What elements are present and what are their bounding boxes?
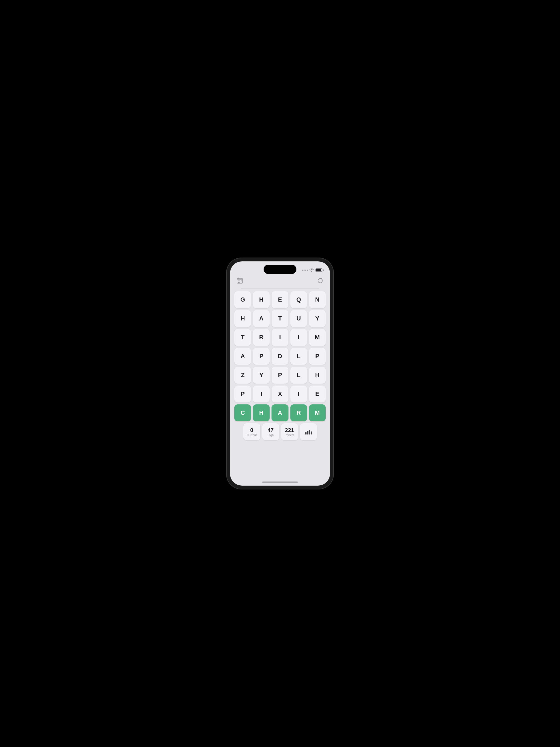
header-section	[230, 285, 330, 291]
grid-row-0: GHEQN	[234, 291, 326, 308]
grid-row-1: HATUY	[234, 310, 326, 327]
grid-row-3: APDLP	[234, 348, 326, 365]
selected-tile-3[interactable]: R	[290, 404, 307, 421]
letter-tile-3-2[interactable]: D	[272, 348, 288, 365]
letter-tile-4-2[interactable]: P	[272, 367, 288, 384]
svg-rect-8	[239, 282, 240, 283]
grid-row-2: TRIIM	[234, 329, 326, 346]
svg-rect-4	[238, 281, 239, 281]
letter-tile-2-4[interactable]: M	[309, 329, 326, 346]
calendar-icon[interactable]	[235, 276, 244, 285]
letter-tile-3-3[interactable]: L	[290, 348, 307, 365]
score-tile-high: 47High	[262, 423, 279, 440]
letter-tile-0-2[interactable]: E	[272, 291, 288, 308]
header-divider	[241, 288, 319, 288]
letter-tile-1-0[interactable]: H	[234, 310, 251, 327]
letter-tile-5-0[interactable]: P	[234, 386, 251, 403]
score-row: 0Current47High221Perfect	[230, 423, 330, 440]
letter-tile-1-4[interactable]: Y	[309, 310, 326, 327]
selected-tile-0[interactable]: C	[234, 404, 251, 421]
refresh-icon[interactable]	[316, 276, 325, 285]
chart-button[interactable]	[300, 423, 317, 440]
home-indicator	[262, 482, 298, 483]
chart-icon	[305, 429, 312, 435]
score-tile-current: 0Current	[244, 423, 260, 440]
letter-tile-4-4[interactable]: H	[309, 367, 326, 384]
letter-tile-3-1[interactable]: P	[253, 348, 270, 365]
score-tile-perfect: 221Perfect	[281, 423, 298, 440]
letter-tile-1-3[interactable]: U	[290, 310, 307, 327]
status-bar	[230, 261, 330, 275]
letter-tile-1-2[interactable]: T	[272, 310, 288, 327]
letter-tile-5-4[interactable]: E	[309, 386, 326, 403]
selected-tile-4[interactable]: M	[309, 404, 326, 421]
letter-tile-4-0[interactable]: Z	[234, 367, 251, 384]
letter-tile-2-0[interactable]: T	[234, 329, 251, 346]
letter-tile-3-4[interactable]: P	[309, 348, 326, 365]
letter-tile-0-3[interactable]: Q	[290, 291, 307, 308]
selected-tile-1[interactable]: H	[253, 404, 270, 421]
letter-grid: GHEQNHATUYTRIIMAPDLPZYPLHPIXIE	[230, 291, 330, 403]
letter-tile-5-3[interactable]: I	[290, 386, 307, 403]
svg-rect-9	[305, 432, 307, 435]
letter-tile-0-0[interactable]: G	[234, 291, 251, 308]
letter-tile-2-2[interactable]: I	[272, 329, 288, 346]
grid-row-4: ZYPLH	[234, 367, 326, 384]
letter-tile-2-3[interactable]: I	[290, 329, 307, 346]
letter-tile-2-1[interactable]: R	[253, 329, 270, 346]
phone-frame: GHEQNHATUYTRIIMAPDLPZYPLHPIXIE CHARM 0Cu…	[227, 258, 333, 489]
letter-tile-0-4[interactable]: N	[309, 291, 326, 308]
svg-rect-6	[241, 281, 242, 281]
svg-rect-11	[309, 430, 310, 435]
battery-icon	[315, 268, 322, 272]
letter-tile-3-0[interactable]: A	[234, 348, 251, 365]
letter-tile-0-1[interactable]: H	[253, 291, 270, 308]
letter-tile-1-1[interactable]: A	[253, 310, 270, 327]
phone-screen: GHEQNHATUYTRIIMAPDLPZYPLHPIXIE CHARM 0Cu…	[230, 261, 330, 486]
letter-tile-4-3[interactable]: L	[290, 367, 307, 384]
letter-tile-4-1[interactable]: Y	[253, 367, 270, 384]
selected-row: CHARM	[230, 404, 330, 421]
letter-tile-5-1[interactable]: I	[253, 386, 270, 403]
selected-tile-2[interactable]: A	[272, 404, 288, 421]
svg-rect-5	[239, 281, 240, 281]
grid-row-5: PIXIE	[234, 386, 326, 403]
dynamic-island	[263, 265, 297, 274]
svg-rect-12	[311, 432, 312, 435]
letter-tile-5-2[interactable]: X	[272, 386, 288, 403]
status-icons	[302, 268, 322, 272]
signal-dots-icon	[302, 269, 308, 271]
svg-rect-7	[238, 282, 239, 283]
wifi-icon	[309, 268, 314, 272]
nav-row	[230, 275, 330, 285]
svg-rect-10	[307, 431, 308, 435]
